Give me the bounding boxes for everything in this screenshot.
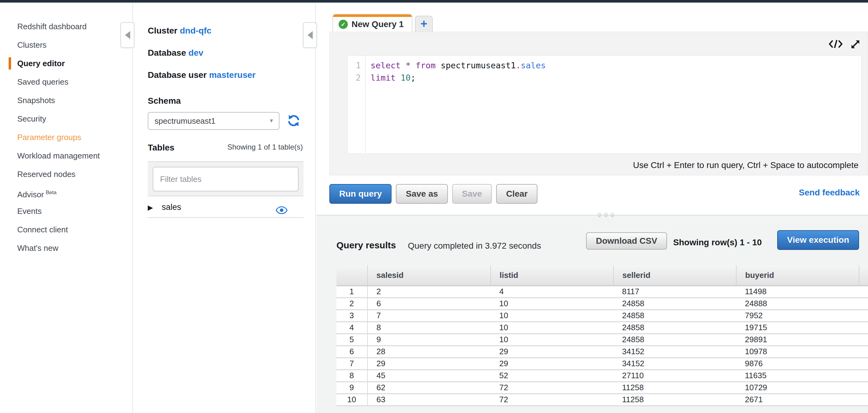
data-cell: 9876 xyxy=(736,358,859,370)
data-cell: 27110 xyxy=(614,370,736,382)
data-cell xyxy=(859,346,868,358)
data-cell: 29 xyxy=(491,358,614,370)
row-number-cell: 7 xyxy=(336,358,368,370)
table-row: 3710248587952 xyxy=(336,310,868,322)
database-user-label: Database user xyxy=(148,70,207,80)
redshift-query-editor-screen: Redshift dashboardClustersQuery editorSa… xyxy=(0,0,868,413)
sidebar-item-reserved-nodes[interactable]: Reserved nodes xyxy=(0,165,132,183)
download-csv-button[interactable]: Download CSV xyxy=(586,232,667,250)
schema-select[interactable]: spectrumuseast1 ▼ xyxy=(148,112,279,130)
new-tab-button[interactable]: + xyxy=(415,16,433,32)
row-number-cell: 3 xyxy=(336,310,368,322)
results-table: salesidlistidselleridbuyerid 12481171149… xyxy=(336,265,868,406)
tables-label: Tables xyxy=(148,143,175,152)
sidebar-item-what-s-new[interactable]: What's new xyxy=(0,239,132,257)
column-header-empty xyxy=(859,265,868,286)
data-cell: 11258 xyxy=(614,393,736,406)
column-header-empty xyxy=(336,265,368,286)
line-number: 1 xyxy=(348,59,361,72)
sidebar-item-security[interactable]: Security xyxy=(0,109,132,128)
row-number-cell: 5 xyxy=(336,333,368,346)
database-link[interactable]: dev xyxy=(188,48,203,58)
sidebar-item-clusters[interactable]: Clusters xyxy=(0,36,132,54)
row-number-cell: 8 xyxy=(336,370,368,382)
beta-badge: Beta xyxy=(46,190,57,195)
collapse-connection-panel-button[interactable] xyxy=(303,22,317,48)
save-as-button[interactable]: Save as xyxy=(396,184,447,204)
database-row: Database dev xyxy=(148,48,204,58)
data-cell: 63 xyxy=(368,393,491,406)
expand-editor-icon[interactable] xyxy=(850,39,861,51)
query-results-panel: Query results Query completed in 3.972 s… xyxy=(316,215,868,413)
code-line: limit 10; xyxy=(371,72,546,84)
column-header-buyerid: buyerid xyxy=(736,265,859,286)
sidebar-item-events[interactable]: Events xyxy=(0,202,132,220)
save-button[interactable]: Save xyxy=(452,184,492,204)
line-number: 2 xyxy=(348,72,361,84)
collapse-left-nav-button[interactable] xyxy=(120,22,134,48)
refresh-schema-icon[interactable] xyxy=(287,114,301,129)
table-row: 59102485829891 xyxy=(336,333,868,346)
query-editor-main: ✓ New Query 1 + xyxy=(316,4,868,413)
data-cell xyxy=(859,370,868,382)
data-cell: 8117 xyxy=(614,286,736,297)
sidebar-item-connect-client[interactable]: Connect client xyxy=(0,220,132,239)
data-cell: 10978 xyxy=(736,346,859,358)
sidebar-item-advisor[interactable]: AdvisorBeta xyxy=(0,183,132,202)
tables-count: Showing 1 of 1 table(s) xyxy=(227,143,303,151)
sidebar-item-saved-queries[interactable]: Saved queries xyxy=(0,73,132,91)
cluster-link[interactable]: dnd-qfc xyxy=(180,26,212,35)
data-cell: 8 xyxy=(368,322,491,333)
data-cell xyxy=(859,297,868,310)
table-row: 845522711011635 xyxy=(336,370,868,382)
data-cell xyxy=(859,393,868,406)
data-cell: 24858 xyxy=(614,333,736,346)
row-number-cell: 6 xyxy=(336,346,368,358)
data-cell: 11258 xyxy=(614,382,736,393)
data-cell xyxy=(859,358,868,370)
sidebar-item-redshift-dashboard[interactable]: Redshift dashboard xyxy=(0,17,132,36)
data-cell: 2671 xyxy=(736,393,859,406)
filter-tables-input[interactable] xyxy=(153,167,299,191)
data-cell: 52 xyxy=(491,370,614,382)
database-user-link[interactable]: masteruser xyxy=(209,70,255,80)
left-nav-sidebar: Redshift dashboardClustersQuery editorSa… xyxy=(0,4,133,413)
data-cell: 34152 xyxy=(614,358,736,370)
chevron-left-icon xyxy=(308,31,313,39)
sidebar-item-query-editor[interactable]: Query editor xyxy=(0,54,132,73)
table-row: 628293415210978 xyxy=(336,346,868,358)
results-status: Query completed in 3.972 seconds xyxy=(408,241,541,251)
data-cell: 11635 xyxy=(736,370,859,382)
sidebar-item-workload-management[interactable]: Workload management xyxy=(0,147,132,165)
code-view-icon[interactable] xyxy=(828,39,843,51)
sidebar-item-parameter-groups[interactable]: Parameter groups xyxy=(0,128,132,147)
table-row: 26102485824888 xyxy=(336,297,868,310)
line-number-gutter: 12 xyxy=(348,56,366,154)
resize-handle[interactable] xyxy=(598,213,614,217)
cluster-label: Cluster xyxy=(148,26,177,35)
data-cell: 2 xyxy=(368,286,491,297)
column-header-listid: listid xyxy=(491,265,614,286)
data-cell xyxy=(859,322,868,333)
expand-caret-icon[interactable]: ▶ xyxy=(148,204,153,212)
database-label: Database xyxy=(148,48,186,58)
run-query-button[interactable]: Run query xyxy=(329,184,392,204)
data-cell: 45 xyxy=(368,370,491,382)
code-lines: select * from spectrumuseast1.saleslimit… xyxy=(366,56,546,154)
data-cell: 6 xyxy=(368,297,491,310)
chevron-down-icon: ▼ xyxy=(269,113,274,129)
sidebar-item-snapshots[interactable]: Snapshots xyxy=(0,91,132,109)
sql-code-editor[interactable]: 12 select * from spectrumuseast1.salesli… xyxy=(347,55,862,154)
data-cell: 28 xyxy=(368,346,491,358)
table-row: 48102485819715 xyxy=(336,322,868,333)
clear-button[interactable]: Clear xyxy=(496,184,537,204)
view-execution-button[interactable]: View execution xyxy=(777,230,859,250)
table-list-item-sales[interactable]: ▶ sales xyxy=(148,197,304,218)
preview-eye-icon[interactable] xyxy=(276,202,287,223)
send-feedback-link[interactable]: Send feedback xyxy=(799,188,860,198)
data-cell: 10 xyxy=(491,333,614,346)
sql-editor-container: 12 select * from spectrumuseast1.salesli… xyxy=(329,32,868,176)
data-cell: 72 xyxy=(491,393,614,406)
tab-new-query-1[interactable]: ✓ New Query 1 xyxy=(333,14,412,32)
data-cell xyxy=(859,333,868,346)
